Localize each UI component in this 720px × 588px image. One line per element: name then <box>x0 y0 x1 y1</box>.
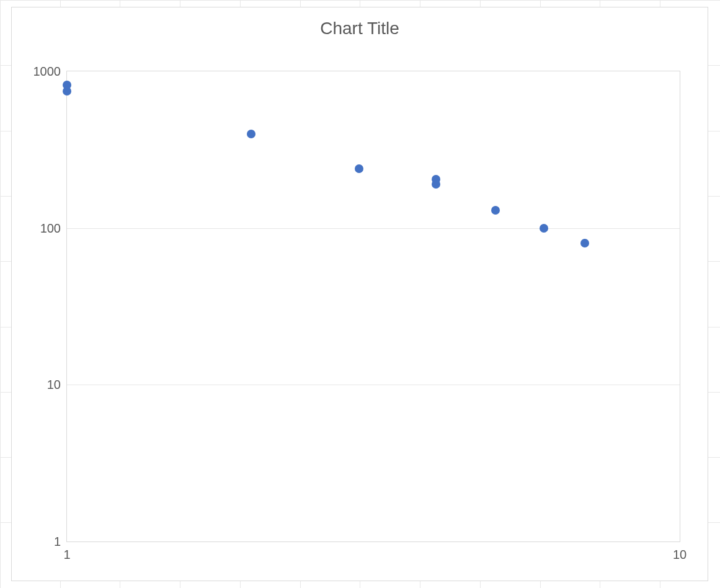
data-point[interactable] <box>491 206 500 215</box>
data-point[interactable] <box>580 239 589 247</box>
x-tick-label: 10 <box>673 541 687 562</box>
x-tick-label: 1 <box>63 541 70 562</box>
gridline-y <box>67 385 680 385</box>
chart-container[interactable]: Chart Title 1000 100 10 1 1 10 <box>11 7 708 581</box>
data-point[interactable] <box>355 164 363 173</box>
gridline-y <box>67 228 680 229</box>
plot-area[interactable]: 1000 100 10 1 1 10 <box>66 71 680 542</box>
y-tick-label: 10 <box>47 378 67 392</box>
data-point[interactable] <box>247 130 256 138</box>
y-tick-label: 100 <box>40 221 67 235</box>
data-point[interactable] <box>432 180 440 189</box>
chart-title[interactable]: Chart Title <box>12 19 708 38</box>
data-point[interactable] <box>540 224 548 233</box>
y-tick-label: 1000 <box>33 65 68 79</box>
data-point[interactable] <box>63 87 71 96</box>
